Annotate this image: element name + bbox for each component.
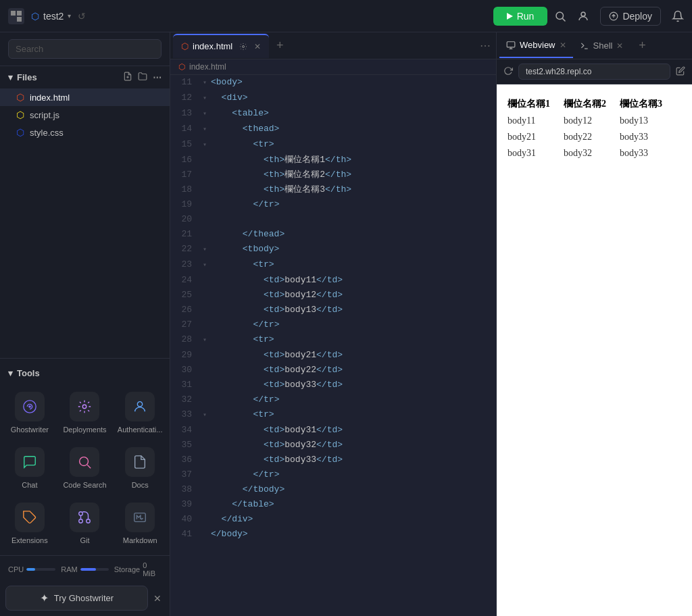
code-editor[interactable]: 11▾<body>12▾ <div>13▾ <table>14▾ <thead>… bbox=[170, 75, 496, 616]
line-collapse-icon[interactable]: ▾ bbox=[203, 257, 211, 273]
line-collapse-icon[interactable] bbox=[203, 303, 211, 303]
tool-code-search[interactable]: Code Search bbox=[58, 440, 112, 494]
line-content: </tbody> bbox=[211, 482, 496, 497]
line-collapse-icon[interactable]: ▾ bbox=[203, 91, 211, 106]
file-item-index-html[interactable]: ⬡ index.html bbox=[0, 88, 170, 106]
run-button[interactable]: Run bbox=[493, 7, 548, 26]
editor-tab-index-html[interactable]: ⬡ index.html ✕ bbox=[173, 34, 269, 58]
new-file-icon[interactable] bbox=[123, 72, 132, 83]
code-line: 27 </tr> bbox=[170, 317, 496, 332]
ghostwriter-cta-close[interactable]: ✕ bbox=[151, 590, 164, 607]
line-number: 15 bbox=[170, 137, 203, 152]
tool-extensions[interactable]: Extensions bbox=[3, 496, 57, 550]
code-search-tool-icon bbox=[70, 447, 99, 477]
line-collapse-icon[interactable] bbox=[203, 227, 211, 228]
line-collapse-icon[interactable]: ▾ bbox=[203, 122, 211, 137]
line-collapse-icon[interactable]: ▾ bbox=[203, 137, 211, 153]
editor-tab-add-button[interactable]: + bbox=[270, 36, 289, 55]
line-collapse-icon[interactable] bbox=[203, 378, 211, 378]
tool-markdown[interactable]: Markdown bbox=[113, 496, 167, 550]
deploy-button[interactable]: Deploy bbox=[600, 7, 661, 26]
line-content: <tr> bbox=[211, 257, 496, 272]
new-folder-icon[interactable] bbox=[138, 72, 147, 83]
line-number: 29 bbox=[170, 348, 203, 363]
url-input[interactable] bbox=[518, 63, 670, 80]
line-collapse-icon[interactable] bbox=[203, 212, 211, 213]
files-section-header[interactable]: ▾ Files ⋯ bbox=[0, 66, 170, 88]
tool-docs[interactable]: Docs bbox=[113, 440, 167, 494]
tab-settings-icon bbox=[239, 43, 247, 51]
cpu-label: CPU bbox=[8, 565, 24, 573]
tool-git[interactable]: Git bbox=[58, 496, 112, 550]
repl-name[interactable]: ⬡ test2 ▾ bbox=[31, 11, 71, 22]
line-content: <td>body13</td> bbox=[211, 303, 496, 317]
line-collapse-icon[interactable] bbox=[203, 438, 211, 438]
line-collapse-icon[interactable] bbox=[203, 453, 211, 453]
files-menu-icon[interactable]: ⋯ bbox=[153, 72, 162, 82]
editor-tabs: ⬡ index.html ✕ + ⋯ bbox=[170, 32, 496, 59]
right-panel-add-tab-button[interactable]: + bbox=[633, 36, 651, 55]
file-item-script-js[interactable]: ⬡ script.js bbox=[0, 106, 170, 124]
line-collapse-icon[interactable] bbox=[203, 182, 211, 183]
line-collapse-icon[interactable] bbox=[203, 482, 211, 483]
tool-ghostwriter[interactable]: Ghostwriter bbox=[3, 385, 57, 439]
editor-tab-menu-button[interactable]: ⋯ bbox=[477, 38, 493, 54]
svg-rect-21 bbox=[507, 41, 515, 47]
line-content bbox=[211, 212, 496, 227]
line-collapse-icon[interactable]: ▾ bbox=[203, 407, 211, 423]
line-collapse-icon[interactable]: ▾ bbox=[203, 242, 211, 257]
html-file-icon: ⬡ bbox=[16, 92, 24, 103]
line-content: <th>欄位名稱3</th> bbox=[211, 182, 496, 197]
tab-webview[interactable]: Webview ✕ bbox=[499, 34, 573, 58]
line-collapse-icon[interactable] bbox=[203, 423, 211, 424]
file-item-style-css[interactable]: ⬡ style.css bbox=[0, 124, 170, 141]
line-collapse-icon[interactable] bbox=[203, 392, 211, 393]
line-collapse-icon[interactable]: ▾ bbox=[203, 75, 211, 91]
notifications-button[interactable] bbox=[672, 10, 684, 22]
search-button[interactable] bbox=[554, 10, 566, 22]
svg-rect-2 bbox=[17, 17, 22, 22]
line-collapse-icon[interactable] bbox=[203, 527, 211, 528]
status-bar: CPU RAM Storage 0 MiB bbox=[0, 555, 170, 583]
search-input[interactable] bbox=[8, 39, 162, 59]
line-collapse-icon[interactable] bbox=[203, 273, 211, 274]
tool-authentication[interactable]: Authenticati... bbox=[113, 385, 167, 439]
try-ghostwriter-button[interactable]: ✦ Try Ghostwriter bbox=[5, 586, 148, 611]
line-collapse-icon[interactable]: ▾ bbox=[203, 332, 211, 348]
line-collapse-icon[interactable] bbox=[203, 153, 211, 153]
line-collapse-icon[interactable] bbox=[203, 467, 211, 468]
svg-point-15 bbox=[86, 519, 91, 523]
line-collapse-icon[interactable] bbox=[203, 497, 211, 498]
line-number: 19 bbox=[170, 197, 203, 212]
url-edit-button[interactable] bbox=[676, 66, 685, 78]
line-collapse-icon[interactable] bbox=[203, 168, 211, 168]
line-collapse-icon[interactable] bbox=[203, 348, 211, 349]
svg-point-10 bbox=[83, 405, 87, 409]
line-number: 23 bbox=[170, 257, 203, 272]
url-refresh-button[interactable] bbox=[503, 66, 513, 78]
editor-tab-close[interactable]: ✕ bbox=[254, 42, 261, 51]
line-number: 40 bbox=[170, 512, 203, 527]
preview-table-body: body11body12body13body21body22body33body… bbox=[508, 113, 676, 161]
table-cell: body33 bbox=[620, 129, 676, 145]
line-collapse-icon[interactable] bbox=[203, 363, 211, 363]
line-number: 11 bbox=[170, 75, 203, 90]
code-line: 38 </tbody> bbox=[170, 482, 496, 497]
user-button[interactable] bbox=[577, 10, 589, 22]
tool-label-ghostwriter: Ghostwriter bbox=[11, 426, 49, 434]
webview-tab-close[interactable]: ✕ bbox=[560, 41, 566, 50]
repl-name-chevron: ▾ bbox=[68, 12, 71, 20]
tab-shell[interactable]: Shell ✕ bbox=[573, 34, 631, 58]
tool-deployments[interactable]: Deployments bbox=[58, 385, 112, 439]
line-collapse-icon[interactable] bbox=[203, 288, 211, 288]
line-number: 22 bbox=[170, 242, 203, 257]
tool-chat[interactable]: Chat bbox=[3, 440, 57, 494]
shell-tab-close[interactable]: ✕ bbox=[616, 41, 623, 51]
line-collapse-icon[interactable] bbox=[203, 512, 211, 513]
line-content: <td>body33</td> bbox=[211, 378, 496, 392]
line-collapse-icon[interactable] bbox=[203, 317, 211, 318]
tools-section-header[interactable]: ▾ Tools bbox=[0, 364, 170, 385]
line-collapse-icon[interactable] bbox=[203, 197, 211, 198]
line-collapse-icon[interactable]: ▾ bbox=[203, 106, 211, 122]
line-number: 33 bbox=[170, 407, 203, 422]
